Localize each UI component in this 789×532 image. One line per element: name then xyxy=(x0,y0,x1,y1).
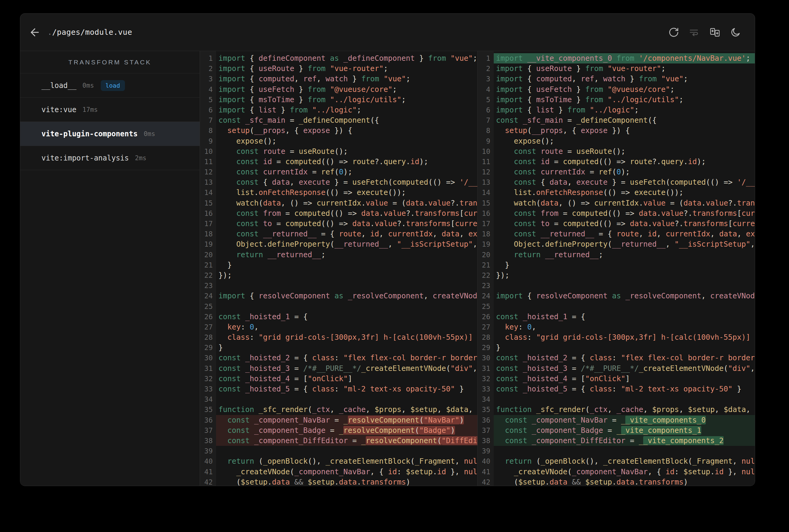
code-text: import __vite_components_0 from '/compon… xyxy=(494,53,755,63)
code-text: Object.defineProperty(__returned__, "__i… xyxy=(494,239,755,249)
code-text: const _component_NavBar = __vite_compone… xyxy=(494,415,755,425)
code-text: const _component_Badge = _resolveCompone… xyxy=(216,425,477,436)
code-line: 7const _sfc_main = _defineComponent({ xyxy=(200,115,477,126)
refresh-icon xyxy=(668,34,679,39)
back-button[interactable] xyxy=(29,26,41,38)
code-line: 27 key: 0, xyxy=(478,322,755,332)
line-number: 29 xyxy=(200,342,216,353)
code-line: 23 xyxy=(478,281,755,291)
code-text: return (_openBlock(), _createElementBloc… xyxy=(494,456,755,467)
code-text: list.onFetchResponse(() => execute()); xyxy=(494,187,755,198)
dark-mode-toggle[interactable] xyxy=(730,27,741,38)
code-line: 21 } xyxy=(200,260,477,270)
code-text: const _component_DiffEditor = _resolveCo… xyxy=(216,436,477,446)
line-number: 21 xyxy=(200,260,216,270)
code-line: 35function _sfc_render(_ctx, _cache, $pr… xyxy=(478,404,755,415)
line-number: 21 xyxy=(478,260,494,270)
line-number: 13 xyxy=(478,177,494,187)
module-path-prefix: . xyxy=(48,28,52,37)
line-number: 2 xyxy=(478,63,494,74)
code-text: ($setup.data && $setup.data.transforms) xyxy=(216,477,477,486)
code-text: setup(__props, { expose }) { xyxy=(216,126,477,136)
code-text xyxy=(216,301,477,312)
code-line: 19 Object.defineProperty(__returned__, "… xyxy=(478,239,755,249)
line-number: 19 xyxy=(478,239,494,249)
code-line: 13 const { data, execute } = useFetch(co… xyxy=(478,177,755,187)
code-line: 42 ($setup.data && $setup.data.transform… xyxy=(478,477,755,486)
line-number: 15 xyxy=(478,198,494,208)
line-number: 36 xyxy=(200,415,216,425)
code-text: const to = computed(() => data.value?.tr… xyxy=(494,218,755,229)
code-text: } xyxy=(216,260,477,270)
line-number: 28 xyxy=(200,332,216,342)
code-text xyxy=(216,281,477,291)
line-number: 4 xyxy=(478,84,494,95)
line-number: 9 xyxy=(478,136,494,146)
code-line: 41 _createVNode(_component_NavBar, { id:… xyxy=(478,467,755,477)
transform-stack-title: TRANSFORM STACK xyxy=(20,51,200,73)
code-line: 10 const route = useRoute(); xyxy=(478,146,755,156)
plugin-time: 0ms xyxy=(82,82,94,89)
code-line: 33const _hoisted_5 = { class: "ml-2 text… xyxy=(200,384,477,394)
plugin-time: 17ms xyxy=(82,106,98,113)
line-number: 36 xyxy=(478,415,494,425)
code-text: import { resolveComponent as _resolveCom… xyxy=(216,291,477,301)
line-number: 5 xyxy=(478,95,494,105)
code-line: 24import { resolveComponent as _resolveC… xyxy=(200,291,477,301)
sidebar-item-vite-vue[interactable]: vite:vue17ms xyxy=(20,98,200,122)
refresh-button[interactable] xyxy=(668,27,679,38)
code-panel-before[interactable]: 1import { defineComponent as _defineComp… xyxy=(200,51,478,486)
line-number: 37 xyxy=(478,425,494,436)
code-line: 34 xyxy=(478,394,755,404)
line-number: 38 xyxy=(478,436,494,446)
plugin-name: __load__ xyxy=(41,81,76,90)
code-text: import { defineComponent as _defineCompo… xyxy=(216,53,477,63)
side-by-side-toggle[interactable] xyxy=(710,27,720,38)
code-line: 27 key: 0, xyxy=(200,322,477,332)
code-text: const _component_Badge = __vite_componen… xyxy=(494,425,755,436)
transform-stack-sidebar: TRANSFORM STACK __load__0msloadvite:vue1… xyxy=(20,51,200,486)
code-line: 4import { useFetch } from "@vueuse/core"… xyxy=(200,84,477,95)
moon-icon xyxy=(730,34,741,39)
line-number: 28 xyxy=(478,332,494,342)
sidebar-item-vite-plugin-components[interactable]: vite-plugin-components0ms xyxy=(20,122,200,146)
code-line: 37 const _component_Badge = __vite_compo… xyxy=(478,425,755,436)
code-text: const __returned__ = { route, id, curren… xyxy=(216,229,477,239)
code-text: const _hoisted_3 = /*#__PURE__*/_createE… xyxy=(216,363,477,374)
code-text: const currentIdx = ref(0); xyxy=(494,167,755,177)
module-path-title: ./pages/module.vue xyxy=(48,28,132,37)
code-text: list.onFetchResponse(() => execute()); xyxy=(216,187,477,198)
code-text: import { computed, ref, watch } from "vu… xyxy=(216,74,477,84)
code-line: 24import { resolveComponent as _resolveC… xyxy=(478,291,755,301)
line-number: 13 xyxy=(200,177,216,187)
line-number: 6 xyxy=(478,105,494,115)
code-text: function _sfc_render(_ctx, _cache, $prop… xyxy=(216,404,477,415)
sidebar-item--load-[interactable]: __load__0msload xyxy=(20,73,200,98)
code-text: const from = computed(() => data.value?.… xyxy=(494,208,755,218)
line-number: 5 xyxy=(200,95,216,105)
line-number: 29 xyxy=(478,342,494,353)
code-text: import { useFetch } from "@vueuse/core"; xyxy=(494,84,755,95)
code-panel-after[interactable]: 1import __vite_components_0 from '/compo… xyxy=(478,51,755,486)
line-number: 10 xyxy=(478,146,494,156)
code-line: 18 const __returned__ = { route, id, cur… xyxy=(478,229,755,239)
code-text: const _component_DiffEditor = __vite_com… xyxy=(494,436,755,446)
code-text: return __returned__; xyxy=(494,250,755,260)
line-number: 32 xyxy=(200,374,216,384)
code-line: 29} xyxy=(478,342,755,353)
line-number: 26 xyxy=(478,312,494,322)
code-text: const from = computed(() => data.value?.… xyxy=(216,208,477,218)
inline-diff-toggle[interactable] xyxy=(689,27,700,38)
code-text: } xyxy=(216,342,477,353)
line-number: 11 xyxy=(200,156,216,167)
line-number: 12 xyxy=(478,167,494,177)
line-number: 42 xyxy=(200,477,216,486)
code-line: 16 const from = computed(() => data.valu… xyxy=(200,208,477,218)
line-number: 18 xyxy=(200,229,216,239)
line-number: 32 xyxy=(478,374,494,384)
code-line: 10 const route = useRoute(); xyxy=(200,146,477,156)
plugin-name: vite-plugin-components xyxy=(41,130,137,138)
line-number: 20 xyxy=(200,250,216,260)
sidebar-item-vite-import-analysis[interactable]: vite:import-analysis2ms xyxy=(20,146,200,170)
line-number: 39 xyxy=(478,446,494,456)
